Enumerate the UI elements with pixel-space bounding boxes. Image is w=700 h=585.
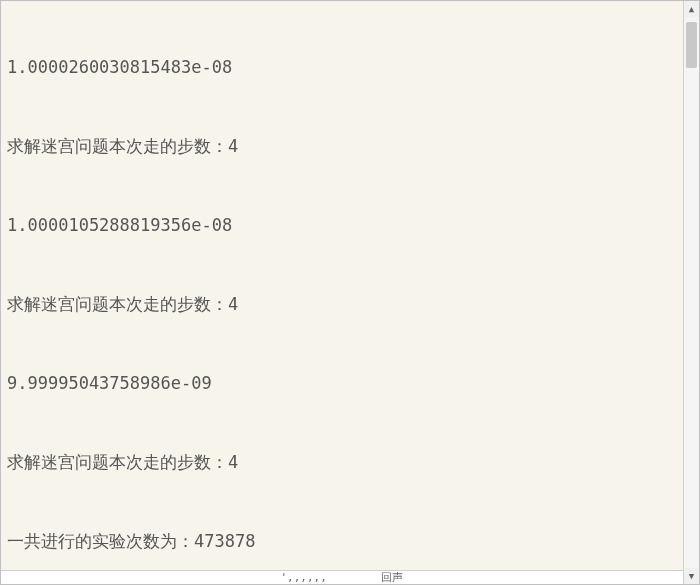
output-line: 求解迷宫问题本次走的步数：4 [7,133,693,159]
output-line: 1.0000105288819356e-08 [7,212,693,238]
vertical-scrollbar[interactable]: ▲ ▼ [683,1,699,584]
scroll-up-button[interactable]: ▲ [684,1,699,17]
output-line: 1.0000260030815483e-08 [7,54,693,80]
status-item: 回声 [381,571,403,584]
output-line: 9.99995043758986e-09 [7,370,693,396]
output-line: 一共进行的实验次数为：473878 [7,528,693,554]
output-line: 求解迷宫问题本次走的步数：4 [7,449,693,475]
output-line: 求解迷宫问题本次走的步数：4 [7,291,693,317]
scroll-down-button[interactable]: ▼ [684,568,699,584]
status-bar: ',,,,,, 回声 [1,570,683,584]
status-item: ',,,,,, [281,571,327,584]
notebook-output-area: 1.0000260030815483e-08 求解迷宫问题本次走的步数：4 1.… [1,1,699,585]
scroll-track[interactable] [684,17,699,568]
scroll-thumb[interactable] [686,22,697,68]
